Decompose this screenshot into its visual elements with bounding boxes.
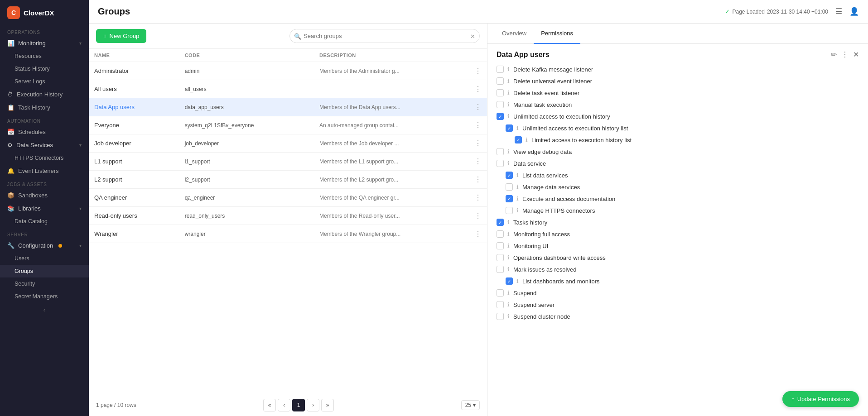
permission-checkbox[interactable] <box>497 313 504 320</box>
permission-info-icon[interactable]: ℹ <box>516 125 519 131</box>
table-row[interactable]: Job developer job_developer Members of t… <box>89 134 487 153</box>
table-row[interactable]: All users all_users ⋮ <box>89 80 487 98</box>
sidebar-item-task-history[interactable]: 📋 Task History <box>0 101 89 114</box>
first-page-button[interactable]: « <box>263 399 276 411</box>
sidebar-item-event-listeners[interactable]: 🔔 Event Listeners <box>0 164 89 177</box>
table-row[interactable]: L2 support l2_support Members of the L2 … <box>89 171 487 189</box>
sidebar-item-configuration[interactable]: 🔧 Configuration ▾ <box>0 239 89 252</box>
sidebar-item-monitoring[interactable]: 📊 Monitoring ▾ <box>0 37 89 50</box>
table-row[interactable]: Wrangler wrangler Members of the Wrangle… <box>89 225 487 243</box>
row-actions-icon[interactable]: ⋮ <box>474 212 482 220</box>
sidebar-item-secret-managers[interactable]: Secret Managers <box>0 290 89 303</box>
permission-checkbox[interactable] <box>497 66 504 73</box>
sidebar-item-status-history[interactable]: Status History <box>0 62 89 75</box>
page-size-selector[interactable]: 25 ▾ <box>461 400 480 410</box>
permission-checkbox[interactable] <box>506 207 513 214</box>
search-clear-icon[interactable]: ✕ <box>470 33 475 39</box>
permission-checkbox[interactable] <box>497 160 504 167</box>
page-1-button[interactable]: 1 <box>292 399 305 411</box>
permission-checkbox[interactable] <box>497 230 504 238</box>
permission-checkbox[interactable] <box>497 113 504 120</box>
tab-permissions[interactable]: Permissions <box>534 24 580 44</box>
permission-checkbox[interactable] <box>515 136 522 143</box>
table-row[interactable]: L1 support l1_support Members of the L1 … <box>89 153 487 171</box>
sidebar-item-users[interactable]: Users <box>0 252 89 265</box>
permission-info-icon[interactable]: ℹ <box>507 66 510 72</box>
permission-checkbox[interactable] <box>506 277 513 285</box>
permission-checkbox[interactable] <box>497 254 504 261</box>
row-actions-icon[interactable]: ⋮ <box>474 85 482 93</box>
permission-checkbox[interactable] <box>497 301 504 308</box>
permission-checkbox[interactable] <box>497 242 504 249</box>
permission-info-icon[interactable]: ℹ <box>516 196 519 202</box>
permission-checkbox[interactable] <box>497 89 504 96</box>
notifications-icon[interactable]: ☰ <box>835 7 842 16</box>
permission-info-icon[interactable]: ℹ <box>507 101 510 108</box>
row-actions-icon[interactable]: ⋮ <box>474 67 482 75</box>
table-row[interactable]: QA engineer qa_engineer Members of the Q… <box>89 189 487 207</box>
row-actions-icon[interactable]: ⋮ <box>474 103 482 111</box>
permission-checkbox[interactable] <box>506 195 513 202</box>
sidebar-collapse-button[interactable]: ‹ <box>0 303 89 317</box>
tab-overview[interactable]: Overview <box>495 24 534 44</box>
sidebar-item-https-connectors[interactable]: HTTPS Connectors <box>0 152 89 164</box>
update-permissions-button[interactable]: ↑ Update Permissions <box>782 391 859 407</box>
permission-checkbox[interactable] <box>497 148 504 155</box>
sidebar-item-libraries[interactable]: 📚 Libraries ▾ <box>0 202 89 215</box>
permission-info-icon[interactable]: ℹ <box>507 160 510 167</box>
edit-icon[interactable]: ✏ <box>831 50 837 59</box>
permission-checkbox[interactable] <box>497 219 504 226</box>
sidebar-item-data-services[interactable]: ⚙ Data Services ▾ <box>0 139 89 152</box>
permission-info-icon[interactable]: ℹ <box>507 78 510 84</box>
row-actions-icon[interactable]: ⋮ <box>474 121 482 129</box>
row-actions-icon[interactable]: ⋮ <box>474 230 482 238</box>
sidebar-item-server-logs[interactable]: Server Logs <box>0 75 89 88</box>
sidebar-item-sandboxes[interactable]: 📦 Sandboxes <box>0 189 89 202</box>
permission-checkbox[interactable] <box>506 124 513 132</box>
sidebar-item-execution-history[interactable]: ⏱ Execution History <box>0 88 89 101</box>
sidebar-item-data-catalog[interactable]: Data Catalog <box>0 215 89 228</box>
permission-info-icon[interactable]: ℹ <box>507 290 510 296</box>
permission-checkbox[interactable] <box>497 77 504 85</box>
row-actions-icon[interactable]: ⋮ <box>474 158 482 165</box>
permission-checkbox[interactable] <box>497 101 504 108</box>
permission-info-icon[interactable]: ℹ <box>507 148 510 155</box>
permission-info-icon[interactable]: ℹ <box>507 266 510 273</box>
permission-info-icon[interactable]: ℹ <box>507 113 510 120</box>
permission-info-icon[interactable]: ℹ <box>516 207 519 214</box>
row-actions-icon[interactable]: ⋮ <box>474 194 482 201</box>
permission-info-icon[interactable]: ℹ <box>516 278 519 284</box>
permission-checkbox[interactable] <box>497 289 504 296</box>
permission-checkbox[interactable] <box>506 172 513 179</box>
user-icon[interactable]: 👤 <box>849 7 859 16</box>
row-actions-icon[interactable]: ⋮ <box>474 176 482 183</box>
prev-page-button[interactable]: ‹ <box>278 399 290 411</box>
permission-info-icon[interactable]: ℹ <box>507 243 510 249</box>
permission-info-icon[interactable]: ℹ <box>507 313 510 320</box>
permission-info-icon[interactable]: ℹ <box>507 254 510 261</box>
more-options-icon[interactable]: ⋮ <box>841 50 849 59</box>
table-row[interactable]: Everyone system_q2L1SfBv_everyone An aut… <box>89 116 487 134</box>
sidebar-item-groups[interactable]: Groups <box>0 265 89 277</box>
sidebar-item-security[interactable]: Security <box>0 277 89 290</box>
permission-info-icon[interactable]: ℹ <box>507 219 510 225</box>
close-icon[interactable]: ✕ <box>853 50 859 59</box>
new-group-button[interactable]: + New Group <box>96 29 146 43</box>
permission-info-icon[interactable]: ℹ <box>507 231 510 237</box>
table-row[interactable]: Administrator admin Members of the Admin… <box>89 62 487 80</box>
permission-info-icon[interactable]: ℹ <box>507 90 510 96</box>
last-page-button[interactable]: » <box>321 399 334 411</box>
permission-info-icon[interactable]: ℹ <box>516 172 519 178</box>
permission-checkbox[interactable] <box>506 183 513 191</box>
sidebar-item-schedules[interactable]: 📅 Schedules <box>0 125 89 139</box>
row-actions-icon[interactable]: ⋮ <box>474 139 482 147</box>
permission-info-icon[interactable]: ℹ <box>526 137 528 143</box>
next-page-button[interactable]: › <box>307 399 319 411</box>
permission-info-icon[interactable]: ℹ <box>507 301 510 308</box>
permission-info-icon[interactable]: ℹ <box>516 184 519 190</box>
permission-checkbox[interactable] <box>497 266 504 273</box>
table-row[interactable]: Data App users data_app_users Members of… <box>89 98 487 116</box>
search-input[interactable] <box>289 29 480 43</box>
sidebar-item-resources[interactable]: Resources <box>0 50 89 62</box>
table-row[interactable]: Read-only users read_only_users Members … <box>89 207 487 225</box>
